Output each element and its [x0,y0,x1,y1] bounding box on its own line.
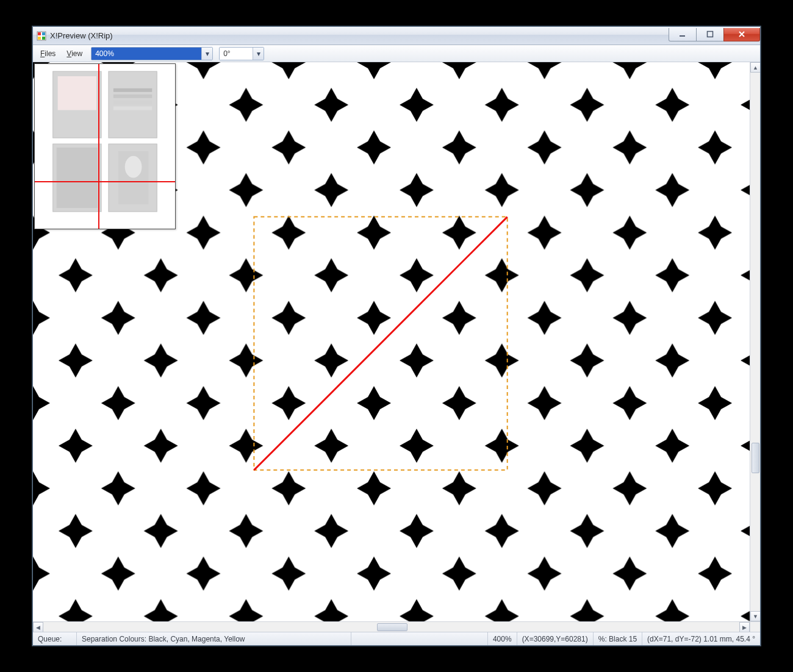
status-zoom: 400% [488,632,517,645]
close-button[interactable] [723,28,760,41]
svg-rect-2 [42,32,45,35]
scroll-down-button[interactable]: ▼ [750,611,760,621]
navigator-crosshair-v[interactable] [98,64,99,229]
scrollbar-corner [750,621,760,632]
zoom-combo[interactable]: 400% ▾ [91,47,213,60]
horizontal-scroll-thumb[interactable] [377,623,407,631]
status-separations: Separation Colours: Black, Cyan, Magenta… [77,632,351,645]
window-title: X!Preview (X!Rip) [50,31,113,40]
angle-value[interactable]: 0° [220,48,253,60]
svg-rect-3 [38,37,41,40]
vertical-scroll-thumb[interactable] [752,443,759,473]
svg-point-21 [125,156,142,178]
app-icon [37,31,46,41]
svg-rect-4 [42,37,45,40]
svg-rect-16 [113,107,152,110]
scroll-left-button[interactable]: ◀ [33,622,43,632]
minimize-button[interactable] [669,28,697,41]
angle-combo[interactable]: 0° ▾ [219,47,264,60]
scroll-right-button[interactable]: ▶ [739,622,750,632]
menu-view[interactable]: View [64,48,85,59]
chevron-down-icon[interactable]: ▾ [253,48,264,60]
navigator-panel[interactable] [34,63,176,229]
toolbar: Files View 400% ▾ 0° ▾ [33,45,760,62]
window-controls [669,28,760,41]
svg-rect-5 [680,35,685,37]
svg-rect-1 [38,32,41,35]
status-ink: %: Black 15 [594,632,642,645]
zoom-value[interactable]: 400% [92,48,201,60]
horizontal-scrollbar[interactable]: ◀ ▶ [33,621,750,632]
status-spacer [351,632,488,645]
svg-rect-13 [113,88,152,92]
svg-rect-18 [57,148,98,208]
status-bar: Queue: Separation Colours: Black, Cyan, … [33,632,760,645]
canvas-area[interactable]: ▲ ▼ ◀ ▶ [33,62,760,632]
svg-rect-14 [113,95,152,98]
navigator-crosshair-h[interactable] [35,181,175,182]
svg-rect-12 [109,71,157,138]
status-queue: Queue: [33,632,77,645]
svg-rect-15 [113,101,152,104]
maximize-button[interactable] [696,28,724,41]
status-measure: (dX=71, dY=-72) 1.01 mm, 45.4 ° [642,632,760,645]
scroll-up-button[interactable]: ▲ [750,62,760,73]
svg-rect-6 [708,32,713,37]
navigator-thumbnail [35,64,175,229]
title-bar[interactable]: X!Preview (X!Rip) [33,27,760,45]
svg-rect-11 [58,76,96,110]
status-position: (X=30699,Y=60281) [517,632,594,645]
vertical-scrollbar[interactable]: ▲ ▼ [750,62,760,621]
app-window: X!Preview (X!Rip) Files View 400% ▾ 0° ▾ [32,26,761,646]
chevron-down-icon[interactable]: ▾ [201,48,212,60]
menu-files[interactable]: Files [38,48,58,59]
